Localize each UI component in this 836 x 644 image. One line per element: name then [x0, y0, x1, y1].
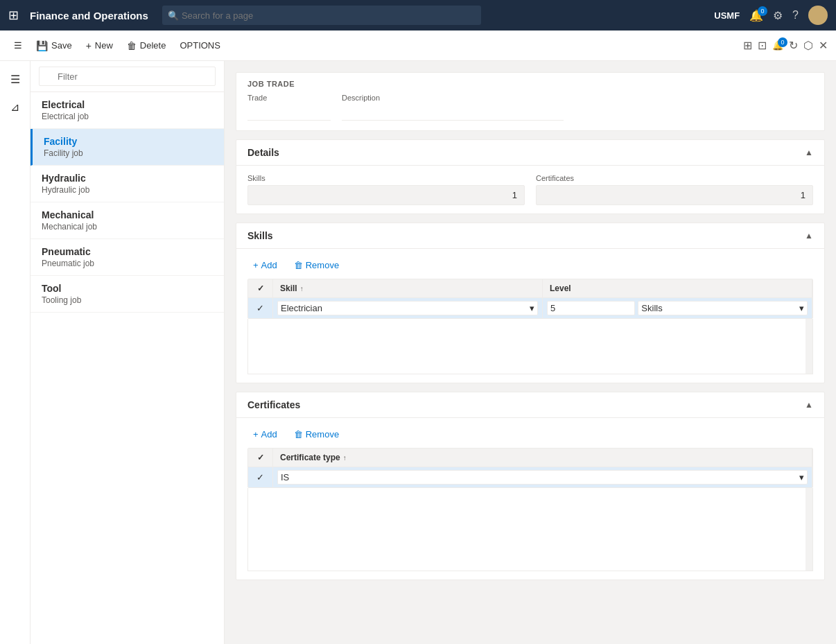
trade-label: Trade: [247, 94, 331, 102]
cert-type-dropdown-icon: ▾: [799, 472, 804, 482]
trade-fields: Trade Facility Description Facility job: [247, 94, 813, 121]
certificates-chevron-icon: ▲: [805, 400, 813, 410]
certificates-row: ✓ IS ▾: [248, 467, 812, 487]
cert-type-header: Certificate type ↑: [273, 449, 812, 467]
skill-dropdown-icon: ▾: [530, 303, 534, 313]
sidebar-list: Electrical Electrical job Facility Facil…: [31, 92, 224, 644]
skill-sort-icon[interactable]: ↑: [300, 285, 304, 293]
sidebar-item-pneumatic[interactable]: Pneumatic Pneumatic job: [31, 239, 224, 276]
skills-row-check[interactable]: ✓: [248, 298, 273, 318]
refresh-icon[interactable]: ↻: [789, 39, 798, 52]
skills-detail-box: Skills 1: [247, 174, 525, 205]
sidebar: 🔍 Electrical Electrical job Facility Fac…: [31, 61, 225, 644]
cert-check-header: ✓: [248, 449, 273, 467]
sidebar-item-hydraulic-sub: Hydraulic job: [42, 185, 213, 195]
sidebar-item-hydraulic[interactable]: Hydraulic Hydraulic job: [31, 166, 224, 202]
notification-badge: 0: [758, 6, 767, 16]
certificates-value: 1: [536, 185, 813, 205]
certificates-empty-area: [247, 488, 813, 571]
skill-select[interactable]: Electrician ▾: [277, 301, 538, 315]
skills-scrollbar[interactable]: [805, 319, 812, 374]
details-section: Details ▲ Skills 1 Certificates 1: [236, 139, 825, 214]
trade-field-wrap: Trade Facility: [247, 94, 331, 121]
content-area: JOB TRADE Trade Facility Description Fac…: [225, 61, 836, 644]
skills-add-button[interactable]: + Add: [247, 257, 283, 273]
skills-row-level: 5 Skills ▾: [543, 298, 812, 318]
skills-section: Skills ▲ + Add 🗑 Remove ✓: [236, 223, 825, 383]
help-icon[interactable]: ?: [792, 9, 799, 21]
notification-icon[interactable]: 🔔 0: [749, 9, 763, 22]
job-trade-section-label: JOB TRADE: [247, 80, 813, 88]
sidebar-collapse-button[interactable]: ☰: [4, 68, 26, 90]
certificates-grid-toolbar: + Add 🗑 Remove: [247, 426, 813, 442]
cert-sort-icon[interactable]: ↑: [343, 454, 347, 462]
certificates-detail-box: Certificates 1: [536, 174, 813, 205]
settings-icon[interactable]: ⚙: [773, 9, 783, 22]
waffle-icon[interactable]: ⊞: [8, 8, 19, 23]
skills-skill-header: Skill ↑: [273, 279, 543, 297]
filter-sidebar-button[interactable]: ⊿: [4, 96, 26, 118]
description-input[interactable]: Facility job: [342, 104, 564, 121]
sidebar-item-electrical-sub: Electrical job: [42, 112, 213, 121]
level-value-select[interactable]: 5: [547, 301, 635, 315]
skills-grid-header: ✓ Skill ↑ Level: [248, 279, 812, 298]
add-icon: +: [253, 260, 259, 270]
job-trade-card: JOB TRADE Trade Facility Description Fac…: [236, 72, 825, 131]
delete-button[interactable]: 🗑 Delete: [121, 37, 172, 54]
certificates-header[interactable]: Certificates ▲: [236, 392, 824, 418]
certificates-scrollbar[interactable]: [805, 488, 812, 571]
trade-input[interactable]: Facility: [247, 104, 331, 121]
details-header[interactable]: Details ▲: [236, 140, 824, 166]
skills-remove-button[interactable]: 🗑 Remove: [288, 257, 345, 273]
cert-row-check[interactable]: ✓: [248, 467, 273, 487]
sidebar-filter-input[interactable]: [39, 67, 216, 86]
cert-add-icon: +: [253, 429, 259, 440]
certificates-label: Certificates: [536, 174, 813, 182]
topbar-search-input[interactable]: [162, 6, 481, 25]
details-grid: Skills 1 Certificates 1: [247, 174, 813, 205]
level-unit-select[interactable]: Skills ▾: [638, 301, 808, 315]
details-chevron-icon: ▲: [805, 148, 813, 157]
skills-grid: ✓ Skill ↑ Level ✓ Electricia: [247, 279, 813, 319]
skills-value: 1: [247, 185, 525, 205]
certificates-add-button[interactable]: + Add: [247, 426, 283, 442]
toolbar-notification[interactable]: 🔔 0: [772, 40, 783, 51]
hamburger-button[interactable]: ☰: [8, 37, 28, 53]
usmf-label: USMF: [714, 10, 740, 21]
close-icon[interactable]: ✕: [819, 39, 828, 52]
sidebar-item-tool[interactable]: Tool Tooling job: [31, 276, 224, 313]
save-button[interactable]: 💾 Save: [31, 37, 78, 54]
save-icon: 💾: [36, 40, 48, 51]
certificates-title: Certificates: [247, 399, 300, 410]
topbar-search-wrap: 🔍: [162, 6, 481, 25]
certificates-grid: ✓ Certificate type ↑ ✓ IS ▾: [247, 448, 813, 488]
sidebar-item-electrical-name: Electrical: [42, 99, 213, 110]
new-icon: +: [86, 40, 92, 51]
avatar[interactable]: [808, 6, 828, 25]
toolbar: ☰ 💾 Save + New 🗑 Delete OPTIONS ⊞ ⊡ 🔔 0 …: [0, 31, 836, 61]
trade-header: JOB TRADE Trade Facility Description Fac…: [236, 73, 824, 130]
description-field-wrap: Description Facility job: [342, 94, 564, 121]
grid-view-icon[interactable]: ⊞: [743, 39, 752, 52]
sidebar-toggle: ☰ ⊿: [0, 61, 31, 644]
sidebar-item-facility[interactable]: Facility Facility job: [31, 129, 224, 166]
skills-level-header: Level: [543, 279, 812, 297]
details-body: Skills 1 Certificates 1: [236, 166, 824, 214]
certificates-remove-button[interactable]: 🗑 Remove: [288, 426, 345, 442]
skills-title: Skills: [247, 230, 273, 241]
skills-header[interactable]: Skills ▲: [236, 223, 824, 249]
sidebar-item-electrical[interactable]: Electrical Electrical job: [31, 92, 224, 129]
certificates-body: + Add 🗑 Remove ✓ Certificate type ↑: [236, 418, 824, 580]
open-external-icon[interactable]: ⬡: [803, 39, 813, 52]
cert-type-select[interactable]: IS ▾: [277, 470, 808, 485]
sidebar-item-mechanical[interactable]: Mechanical Mechanical job: [31, 202, 224, 239]
sidebar-item-tool-sub: Tooling job: [42, 295, 213, 305]
sidebar-item-pneumatic-name: Pneumatic: [42, 246, 213, 257]
options-button[interactable]: OPTIONS: [174, 37, 226, 53]
cert-row-type: IS ▾: [273, 467, 812, 487]
sidebar-item-mechanical-sub: Mechanical job: [42, 222, 213, 232]
new-button[interactable]: + New: [80, 37, 119, 54]
skills-grid-toolbar: + Add 🗑 Remove: [247, 257, 813, 273]
office-icon[interactable]: ⊡: [758, 39, 767, 52]
skills-check-header: ✓: [248, 279, 273, 297]
